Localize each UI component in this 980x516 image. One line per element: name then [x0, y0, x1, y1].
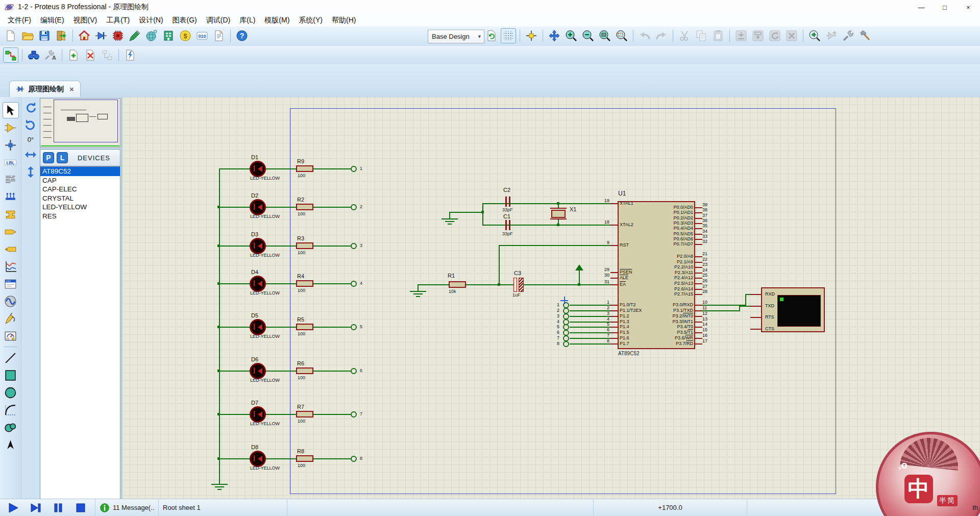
step-button[interactable]: [24, 500, 47, 516]
electrical-rule-check-button[interactable]: [122, 47, 138, 63]
home-page-button[interactable]: [77, 28, 92, 43]
device-crystal[interactable]: CRYSTAL: [40, 194, 120, 203]
remove-sheet-button[interactable]: [83, 47, 98, 63]
new-sheet-button[interactable]: [66, 47, 81, 63]
tab-schematic-capture[interactable]: 原理图绘制 ×: [9, 81, 81, 97]
origin-button[interactable]: [524, 28, 539, 43]
project-notes-button[interactable]: [211, 28, 227, 43]
block-move-button[interactable]: [750, 28, 766, 43]
menu-library[interactable]: 库(L): [235, 15, 260, 26]
tape-recorder-mode-button[interactable]: [3, 276, 19, 292]
generator-mode-button[interactable]: [3, 293, 19, 309]
block-rotate-button[interactable]: [767, 28, 782, 43]
2d-circle-button[interactable]: [3, 384, 19, 401]
undo-button[interactable]: [637, 28, 652, 43]
menu-file[interactable]: 文件(F): [3, 15, 36, 26]
property-assignment-button[interactable]: [43, 47, 58, 63]
device-pin-mode-button[interactable]: [3, 241, 19, 257]
goto-sheet-button[interactable]: [100, 47, 115, 63]
text-script-mode-button[interactable]: [3, 171, 19, 188]
message-section[interactable]: 11 Message(...: [95, 499, 158, 516]
wire-autorouter-button[interactable]: [3, 47, 18, 63]
separator: [60, 48, 64, 62]
stop-button[interactable]: [69, 500, 92, 516]
wire-label-mode-button[interactable]: [3, 154, 19, 170]
cut-button[interactable]: [677, 28, 692, 43]
component-mode-button[interactable]: [3, 119, 19, 136]
buses-mode-button[interactable]: [3, 189, 19, 205]
tab-close-icon[interactable]: ×: [69, 85, 74, 93]
redraw-button[interactable]: [484, 28, 499, 43]
search-tag-button[interactable]: [26, 47, 41, 63]
overview-minimap[interactable]: [40, 98, 120, 148]
redo-button[interactable]: [654, 28, 669, 43]
schematic-capture-button[interactable]: [93, 28, 109, 43]
help-button[interactable]: [234, 28, 250, 43]
bill-of-materials-button[interactable]: [178, 28, 193, 43]
packaging-tool-button[interactable]: [841, 28, 856, 43]
zoom-area-button[interactable]: [614, 28, 629, 43]
3d-visualizer-button[interactable]: [144, 28, 159, 43]
rotate-clockwise-button[interactable]: [22, 99, 39, 115]
new-project-button[interactable]: [3, 28, 18, 43]
menu-graph[interactable]: 图表(G): [168, 15, 202, 26]
zoom-in-button[interactable]: [564, 28, 579, 43]
open-project-button[interactable]: [20, 28, 35, 43]
terminal-mode-button[interactable]: [3, 224, 19, 240]
graph-mode-button[interactable]: [3, 258, 19, 275]
save-project-button[interactable]: [37, 28, 52, 43]
pcb-layout-button[interactable]: [110, 28, 126, 43]
zoom-out-button[interactable]: [580, 28, 596, 43]
make-device-button[interactable]: [824, 28, 839, 43]
menu-template[interactable]: 模版(M): [260, 15, 294, 26]
pan-button[interactable]: [547, 28, 562, 43]
close-button[interactable]: ×: [957, 0, 980, 14]
selection-mode-button[interactable]: [3, 102, 19, 118]
block-copy-button[interactable]: [733, 28, 749, 43]
menu-tools[interactable]: 工具(T): [102, 15, 134, 26]
menu-system[interactable]: 系统(Y): [294, 15, 327, 26]
library-button[interactable]: L: [57, 152, 68, 163]
menu-design[interactable]: 设计(N): [134, 15, 167, 26]
2d-line-button[interactable]: [3, 350, 19, 366]
play-button[interactable]: [2, 500, 24, 516]
junction-dot-mode-button[interactable]: [3, 137, 19, 153]
mirror-vertical-button[interactable]: [22, 164, 39, 180]
menu-view[interactable]: 视图(V): [69, 15, 102, 26]
2d-path-button[interactable]: [3, 419, 19, 435]
decompose-button[interactable]: [857, 28, 873, 43]
device-led-yellow[interactable]: LED-YELLOW: [40, 203, 120, 212]
device-cap[interactable]: CAP: [40, 176, 120, 185]
schematic-canvas[interactable]: [121, 97, 980, 499]
sheet-selector[interactable]: Base Design ▾: [428, 30, 484, 43]
zoom-all-button[interactable]: [597, 28, 612, 43]
paste-button[interactable]: [710, 28, 726, 43]
subcircuit-mode-button[interactable]: [3, 206, 19, 223]
device-cap-elec[interactable]: CAP-ELEC: [40, 185, 120, 194]
menu-edit[interactable]: 编辑(E): [36, 15, 69, 26]
maximize-button[interactable]: □: [933, 0, 957, 14]
simulation-controls: [0, 499, 95, 516]
source-code-button[interactable]: [194, 28, 210, 43]
block-delete-button[interactable]: [784, 28, 799, 43]
separator: [228, 29, 233, 43]
pick-parts-button[interactable]: [807, 28, 822, 43]
design-explorer-button[interactable]: [161, 28, 176, 43]
2d-box-button[interactable]: [3, 367, 19, 383]
pause-button[interactable]: [47, 500, 69, 516]
mirror-horizontal-button[interactable]: [22, 146, 39, 163]
device-at89c52[interactable]: AT89C52: [40, 167, 120, 176]
2d-arc-button[interactable]: [3, 402, 19, 418]
toggle-grid-button[interactable]: [501, 28, 516, 43]
rotate-anticlockwise-button[interactable]: [22, 116, 39, 133]
menu-help[interactable]: 帮助(H): [327, 15, 360, 26]
import-project-button[interactable]: [54, 28, 69, 43]
voltage-probe-mode-button[interactable]: [3, 310, 19, 327]
minimize-button[interactable]: —: [910, 0, 933, 14]
copy-button[interactable]: [694, 28, 709, 43]
menu-debug[interactable]: 调试(D): [202, 15, 235, 26]
2d-marker-button[interactable]: [3, 436, 19, 453]
pick-devices-button[interactable]: P: [43, 152, 54, 163]
gerber-viewer-button[interactable]: [127, 28, 142, 43]
device-res[interactable]: RES: [40, 212, 120, 221]
